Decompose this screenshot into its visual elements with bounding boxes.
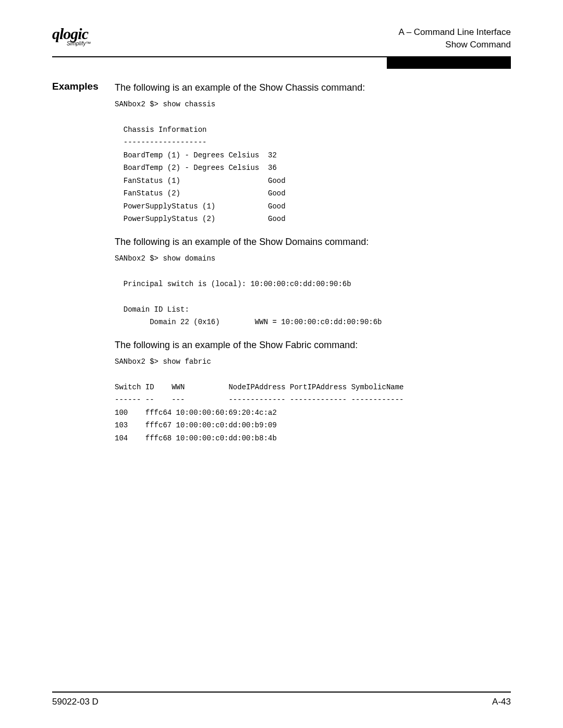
content-area: Examples The following is an example of … (52, 81, 511, 454)
page-footer: 59022-03 D A-43 (52, 687, 511, 707)
header-line2: Show Command (399, 39, 511, 51)
logo: qlogic Simplify™ (52, 26, 91, 46)
examples-body: The following is an example of the Show … (115, 81, 511, 454)
logo-tagline: Simplify™ (67, 41, 91, 46)
footer-row: 59022-03 D A-43 (52, 697, 511, 707)
example1-intro: The following is an example of the Show … (115, 81, 511, 95)
document-page: qlogic Simplify™ A – Command Line Interf… (0, 0, 563, 728)
footer-left: 59022-03 D (52, 697, 99, 707)
footer-rule (52, 692, 511, 693)
logo-text: qlogic (52, 26, 88, 42)
example3-code: SANbox2 $> show fabric Switch ID WWN Nod… (115, 355, 511, 445)
examples-row: Examples The following is an example of … (52, 81, 511, 454)
footer-right: A-43 (492, 697, 511, 707)
header-title: A – Command Line Interface Show Command (399, 26, 511, 51)
example2-intro: The following is an example of the Show … (115, 235, 511, 249)
header-black-bar (387, 57, 511, 69)
example2-code: SANbox2 $> show domains Principal switch… (115, 252, 511, 329)
example1-code: SANbox2 $> show chassis Chassis Informat… (115, 98, 511, 226)
page-header: qlogic Simplify™ A – Command Line Interf… (52, 26, 511, 51)
example3-intro: The following is an example of the Show … (115, 338, 511, 352)
section-label: Examples (52, 81, 115, 92)
header-line1: A – Command Line Interface (399, 26, 511, 39)
